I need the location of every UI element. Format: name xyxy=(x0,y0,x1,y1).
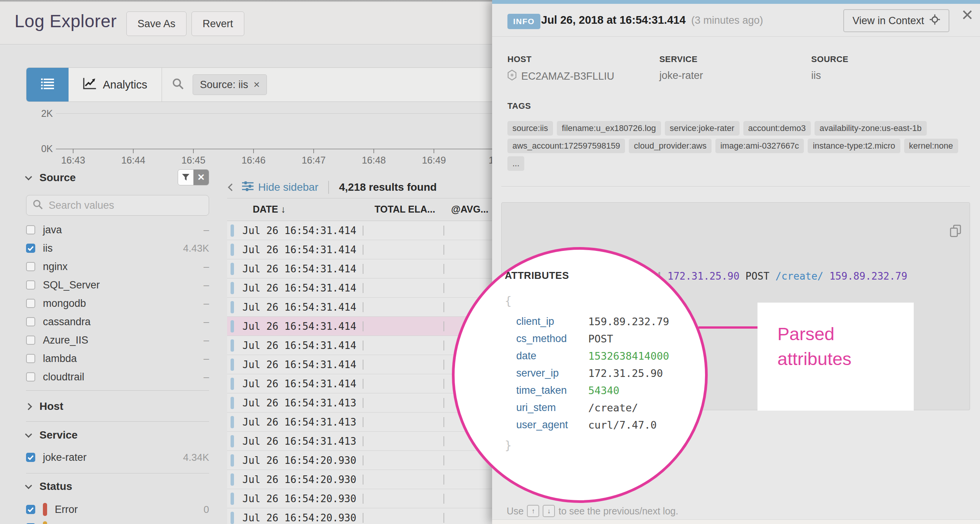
source-value[interactable]: iis xyxy=(811,70,821,82)
revert-button[interactable]: Revert xyxy=(191,11,244,36)
table-row[interactable]: Jul 26 16:54:31.413 xyxy=(227,393,492,413)
attribute-key[interactable]: user_agent xyxy=(516,419,578,431)
facet-item[interactable]: SQL_Server – xyxy=(26,276,209,294)
facet-search[interactable] xyxy=(26,195,209,216)
tag-chip[interactable]: account:demo3 xyxy=(743,121,811,136)
checkbox[interactable] xyxy=(26,244,35,253)
tag-chip[interactable]: kernel:none xyxy=(904,139,958,153)
source-filter-toggle[interactable]: ✕ xyxy=(178,169,209,185)
table-row[interactable]: Jul 26 16:54:20.930 xyxy=(227,489,492,508)
table-row[interactable]: Jul 26 16:54:20.930 xyxy=(227,451,492,470)
view-in-context-button[interactable]: View in Context xyxy=(843,9,949,32)
close-icon[interactable]: × xyxy=(962,5,973,25)
x-axis-tick-label: 16:48 xyxy=(362,155,386,166)
table-row[interactable]: Jul 26 16:54:20.930 xyxy=(227,470,492,489)
tag-chip[interactable]: aws_account:172597598159 xyxy=(507,139,625,153)
attribute-row[interactable]: server_ip 172.31.25.90 xyxy=(505,365,681,382)
x-axis-tick: 16:48 xyxy=(373,149,374,153)
checkbox[interactable] xyxy=(26,280,35,290)
facet-item[interactable]: nginx – xyxy=(26,257,209,276)
attribute-row[interactable]: user_agent curl/7.47.0 xyxy=(505,416,681,434)
search-filter-chip[interactable]: Source: iis × xyxy=(193,74,267,95)
table-row[interactable]: Jul 26 16:54:31.413 xyxy=(227,413,492,432)
table-row[interactable]: Jul 26 16:54:31.414 xyxy=(227,336,492,355)
service-value[interactable]: joke-rater xyxy=(659,70,703,82)
column-header-date[interactable]: DATE ↓ xyxy=(253,204,286,215)
list-view-button[interactable] xyxy=(26,68,69,102)
tag-chip[interactable]: service:joke-rater xyxy=(665,121,739,136)
checkbox[interactable] xyxy=(26,317,35,326)
hide-sidebar-link[interactable]: Hide sidebar xyxy=(242,181,318,194)
attribute-row[interactable]: time_taken 54340 xyxy=(505,382,681,399)
filter-chip-label: Source: iis xyxy=(200,79,248,91)
column-header-avg[interactable]: @AVG... xyxy=(451,204,489,215)
tag-chip[interactable]: image:ami-0327667c xyxy=(715,139,804,153)
row-status-bar xyxy=(231,263,234,275)
save-as-button[interactable]: Save As xyxy=(126,11,187,36)
facet-header-source[interactable]: Source ✕ xyxy=(26,172,209,184)
facet-header-status[interactable]: Status xyxy=(26,480,209,493)
copy-icon[interactable] xyxy=(902,210,961,257)
table-row[interactable]: Jul 26 16:54:31.414 xyxy=(227,317,492,336)
analytics-tab[interactable]: Analytics xyxy=(69,68,162,102)
search-bar[interactable]: Source: iis × xyxy=(162,68,492,102)
attributes-list: client_ip 159.89.232.79 cs_method POST d… xyxy=(505,313,681,434)
row-timestamp: Jul 26 16:54:20.930 xyxy=(242,455,356,466)
collapse-sidebar-icon[interactable] xyxy=(228,183,236,191)
checkbox[interactable] xyxy=(26,262,35,271)
funnel-icon[interactable] xyxy=(178,170,193,185)
table-row[interactable]: Jul 26 16:54:31.414 xyxy=(227,278,492,298)
facet-item[interactable]: cloudtrail – xyxy=(26,368,209,386)
tag-chip[interactable]: source:iis xyxy=(507,121,553,136)
facet-item[interactable]: mongodb – xyxy=(26,294,209,313)
tag-chip[interactable]: filename:u_ex180726.log xyxy=(557,121,661,136)
column-divider xyxy=(363,513,363,523)
column-divider xyxy=(363,455,363,465)
table-row[interactable]: Jul 26 16:54:31.414 xyxy=(227,221,492,240)
checkbox[interactable] xyxy=(26,505,35,514)
attribute-row[interactable]: uri_stem /create/ xyxy=(505,399,681,416)
checkbox[interactable] xyxy=(26,299,35,308)
facet-item[interactable]: lambda – xyxy=(26,349,209,368)
facet-header-service[interactable]: Service xyxy=(26,429,209,441)
tag-chip[interactable]: ... xyxy=(507,156,524,171)
attribute-row[interactable]: cs_method POST xyxy=(505,330,681,347)
attribute-key[interactable]: uri_stem xyxy=(516,402,578,414)
checkbox[interactable] xyxy=(26,453,35,462)
results-count: 4,218 results found xyxy=(339,181,437,193)
host-value[interactable]: EC2AMAZ-B3FLLIU xyxy=(521,70,614,82)
attribute-key[interactable]: date xyxy=(516,350,578,362)
clear-filter-icon[interactable]: ✕ xyxy=(193,170,209,185)
facet-item[interactable]: iis 4.43K xyxy=(26,239,209,257)
attribute-key[interactable]: time_taken xyxy=(516,385,578,396)
facet-item[interactable]: Error 0 xyxy=(26,500,209,519)
facet-item[interactable]: Warn xyxy=(26,519,209,524)
attribute-key[interactable]: cs_method xyxy=(516,333,578,345)
facet-item[interactable]: joke-rater 4.34K xyxy=(26,448,209,467)
checkbox[interactable] xyxy=(26,354,35,363)
facet-item[interactable]: Azure_IIS – xyxy=(26,331,209,349)
tag-chip[interactable]: availability-zone:us-east-1b xyxy=(815,121,927,136)
checkbox[interactable] xyxy=(26,225,35,234)
tag-chip[interactable]: instance-type:t2.micro xyxy=(808,139,900,153)
table-row[interactable]: Jul 26 16:54:31.414 xyxy=(227,240,492,259)
table-row[interactable]: Jul 26 16:54:20.930 xyxy=(227,508,492,524)
facet-search-input[interactable] xyxy=(49,200,203,211)
facet-header-host[interactable]: Host xyxy=(26,400,209,413)
tag-chip[interactable]: cloud_provider:aws xyxy=(629,139,712,153)
column-header-total-elapsed[interactable]: TOTAL ELA... xyxy=(375,204,435,215)
attribute-row[interactable]: client_ip 159.89.232.79 xyxy=(505,313,681,330)
facet-item[interactable]: java – xyxy=(26,221,209,239)
brace-close: } xyxy=(505,440,681,451)
checkbox[interactable] xyxy=(26,372,35,382)
table-row[interactable]: Jul 26 16:54:31.414 xyxy=(227,298,492,317)
table-row[interactable]: Jul 26 16:54:31.413 xyxy=(227,432,492,451)
remove-filter-icon[interactable]: × xyxy=(254,79,260,91)
attribute-key[interactable]: client_ip xyxy=(516,316,578,328)
attribute-key[interactable]: server_ip xyxy=(516,367,578,379)
facet-item[interactable]: cassandra – xyxy=(26,313,209,331)
table-row[interactable]: Jul 26 16:54:31.414 xyxy=(227,259,492,278)
checkbox[interactable] xyxy=(26,336,35,345)
attribute-row[interactable]: date 1532638414000 xyxy=(505,347,681,365)
analytics-tab-label: Analytics xyxy=(103,79,147,91)
